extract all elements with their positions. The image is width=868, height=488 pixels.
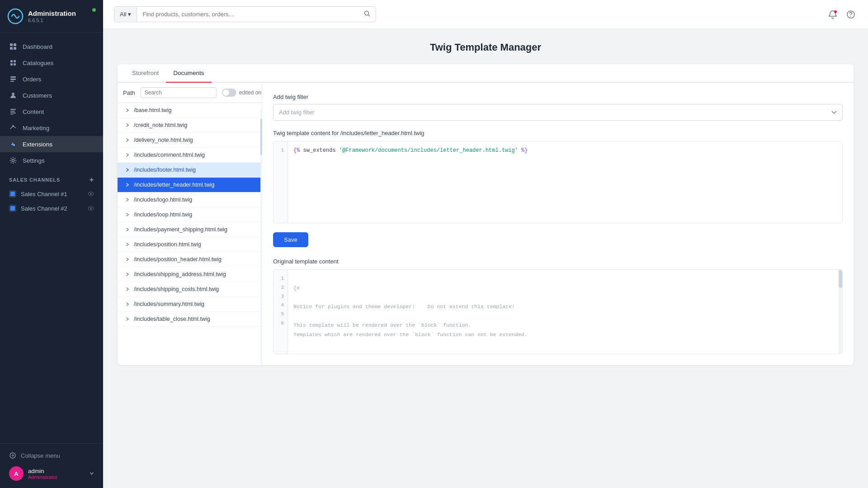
file-name: /includes/summary.html.twig	[134, 301, 255, 307]
filter-label: Add twig filter	[273, 94, 843, 100]
file-item-base[interactable]: /base.html.twig	[118, 103, 262, 118]
sales-channel-1-visibility-icon[interactable]	[88, 191, 94, 197]
sidebar-item-dashboard[interactable]: Dashboard	[0, 38, 103, 55]
sidebar-item-content[interactable]: Content	[0, 103, 103, 120]
svg-rect-8	[14, 63, 16, 66]
svg-rect-3	[10, 47, 13, 50]
svg-rect-10	[10, 79, 16, 80]
file-item-payment-shipping[interactable]: /includes/payment_shipping.html.twig	[118, 222, 262, 237]
file-item-position[interactable]: /includes/position.html.twig	[118, 237, 262, 252]
sales-channel-2-visibility-icon[interactable]	[88, 205, 94, 212]
sidebar-item-catalogues[interactable]: Catalogues	[0, 55, 103, 71]
line-numbers: 1	[274, 141, 288, 223]
sidebar-item-label-customers: Customers	[23, 92, 52, 99]
global-search-bar: All ▾	[114, 6, 376, 22]
svg-rect-1	[10, 43, 13, 46]
filter-select[interactable]: Add twig filter	[273, 104, 843, 121]
tree-scrollbar-thumb	[260, 119, 262, 155]
file-item-logo[interactable]: /includes/logo.html.twig	[118, 192, 262, 207]
sidebar-nav: Dashboard Catalogues Orders Customers	[0, 33, 103, 443]
code-section: Twig template content for /includes/lett…	[273, 130, 843, 223]
file-item-comment[interactable]: /includes/comment.html.twig	[118, 148, 262, 163]
tab-storefront[interactable]: Storefront	[125, 64, 166, 83]
file-item-letter-header[interactable]: /includes/letter_header.html.twig	[118, 178, 262, 192]
chevron-right-icon	[125, 152, 130, 158]
edited-only-label: edited only	[239, 89, 262, 96]
file-name: /includes/table_close.html.twig	[134, 316, 255, 322]
marketing-icon	[9, 124, 17, 132]
svg-rect-22	[10, 206, 15, 211]
original-line-numbers: 123456	[274, 270, 288, 354]
sidebar-footer: Collapse menu A admin Administrator	[0, 443, 103, 488]
save-button[interactable]: Save	[273, 232, 308, 247]
file-item-table-close[interactable]: /includes/table_close.html.twig	[118, 312, 262, 327]
sidebar-item-sales-channel-1[interactable]: Sales Channel #1	[0, 187, 103, 201]
file-item-shipping-costs[interactable]: /includes/shipping_costs.html.twig	[118, 282, 262, 297]
user-section[interactable]: A admin Administrator	[7, 462, 96, 483]
file-name: /includes/position.html.twig	[134, 241, 255, 248]
sidebar-item-sales-channel-2[interactable]: Sales Channel #2	[0, 201, 103, 216]
sidebar-item-label-extensions: Extensions	[23, 141, 52, 148]
svg-rect-16	[10, 114, 14, 115]
edited-only-toggle[interactable]: edited only	[222, 89, 262, 97]
code-editor[interactable]: 1 {% sw_extends '@Framework/documents/in…	[273, 141, 843, 223]
search-input[interactable]	[137, 7, 359, 21]
sidebar-item-orders[interactable]: Orders	[0, 71, 103, 87]
file-item-loop[interactable]: /includes/loop.html.twig	[118, 207, 262, 222]
tab-documents[interactable]: Documents	[166, 64, 211, 83]
search-icon	[364, 10, 370, 17]
file-item-position-header[interactable]: /includes/position_header.html.twig	[118, 252, 262, 267]
svg-rect-11	[10, 81, 14, 82]
catalogue-icon	[9, 59, 17, 67]
template-manager-card: Storefront Documents Path	[118, 64, 854, 365]
collapse-menu-label: Collapse menu	[21, 452, 60, 459]
file-item-shipping-address[interactable]: /includes/shipping_address.html.twig	[118, 267, 262, 282]
toggle-switch[interactable]	[222, 89, 236, 97]
file-name: /includes/footer.html.twig	[134, 167, 255, 173]
sidebar-item-label-marketing: Marketing	[23, 125, 49, 131]
original-editor: 123456 {# Notice for plugins and theme d…	[273, 269, 843, 354]
search-scope-button[interactable]: All ▾	[114, 7, 137, 21]
file-item-delivery-note[interactable]: /delivery_note.html.twig	[118, 133, 262, 148]
svg-point-24	[90, 207, 92, 209]
topbar: All ▾	[103, 0, 868, 29]
file-name: /includes/comment.html.twig	[134, 152, 255, 158]
page-content: Twig Template Manager Storefront Documen…	[103, 29, 868, 488]
chevron-right-icon	[125, 301, 130, 307]
sidebar-item-customers[interactable]: Customers	[0, 87, 103, 103]
user-avatar: A	[9, 466, 24, 481]
collapse-menu-button[interactable]: Collapse menu	[7, 449, 96, 462]
svg-point-21	[90, 193, 92, 195]
user-chevron-icon	[90, 470, 94, 477]
svg-rect-14	[10, 111, 15, 112]
path-label: Path	[123, 89, 135, 96]
svg-rect-9	[10, 76, 16, 78]
app-logo	[7, 8, 24, 24]
collapse-icon	[9, 452, 16, 459]
svg-rect-5	[10, 60, 13, 62]
help-button[interactable]	[844, 8, 857, 21]
chevron-right-icon	[125, 182, 130, 188]
sidebar-item-settings[interactable]: Settings	[0, 152, 103, 169]
add-sales-channel-button[interactable]: +	[90, 176, 94, 184]
file-item-credit-note[interactable]: /credit_note.html.twig	[118, 118, 262, 133]
notifications-button[interactable]	[826, 8, 839, 21]
code-content[interactable]: {% sw_extends '@Framework/documents/incl…	[288, 141, 842, 223]
file-tree-header: Path edited only	[118, 83, 262, 103]
svg-rect-7	[10, 63, 13, 66]
file-item-summary[interactable]: /includes/summary.html.twig	[118, 297, 262, 312]
file-name: /includes/payment_shipping.html.twig	[134, 226, 255, 233]
sidebar-item-extensions[interactable]: Extensions	[0, 136, 103, 152]
original-label: Original template content	[273, 258, 843, 265]
search-submit-button[interactable]	[359, 7, 376, 22]
file-search-input[interactable]	[141, 87, 217, 98]
sidebar-item-marketing[interactable]: Marketing	[0, 120, 103, 136]
online-indicator	[92, 8, 96, 12]
original-scrollbar[interactable]	[839, 270, 842, 354]
file-item-footer[interactable]: /includes/footer.html.twig	[118, 163, 262, 178]
sales-channel-2-icon	[9, 205, 16, 212]
svg-rect-15	[10, 113, 16, 113]
content-layout: Path edited only /base.html.twig	[118, 83, 854, 365]
main-content: All ▾ Twig Template Manager Storefro	[103, 0, 868, 488]
svg-point-17	[12, 125, 14, 127]
